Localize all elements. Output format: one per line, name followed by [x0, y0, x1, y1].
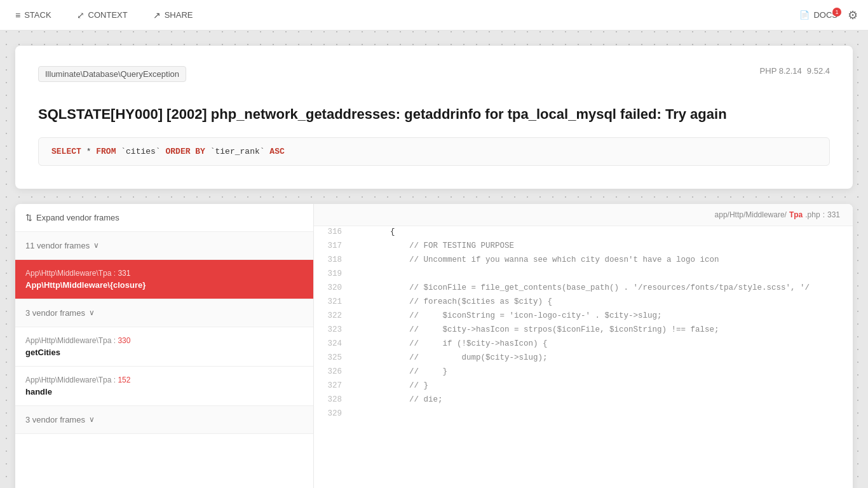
framework-version: 9.52.4	[807, 66, 830, 76]
file-class-name: Tpa	[789, 210, 803, 219]
sql-select: SELECT	[51, 147, 81, 156]
top-navigation: ≡ STACK ⤢ CONTEXT ↗ SHARE 📄 DOCS 1 ⚙	[0, 0, 868, 30]
code-line-327: 327 // }	[314, 380, 853, 394]
code-line-329: 329	[314, 408, 853, 422]
sql-orderby: ORDER BY	[165, 147, 205, 156]
line-num-319: 319	[314, 269, 352, 278]
line-num-318: 318	[314, 255, 352, 264]
line-num-317: 317	[314, 241, 352, 250]
chevron-down-icon: ∨	[93, 241, 99, 250]
code-line-320: 320 // $iconFile = file_get_contents(bas…	[314, 282, 853, 296]
file-path-prefix: app/Http/Middleware/	[715, 210, 787, 219]
stack-item-handle[interactable]: App\Http\Middleware\Tpa : 152 handle	[15, 367, 313, 406]
line-content-328: // die;	[352, 395, 853, 404]
code-line-324: 324 // if (!$city->hasIcon) {	[314, 338, 853, 352]
line-num-321: 321	[314, 297, 352, 306]
line-num-320: 320	[314, 283, 352, 292]
code-line-326: 326 // }	[314, 366, 853, 380]
code-header: app/Http/Middleware/Tpa.php : 331	[314, 204, 853, 226]
stack-item-getcities[interactable]: App\Http\Middleware\Tpa : 330 getCities	[15, 327, 313, 367]
error-title-main: php_network_getaddresses: getaddrinfo fo…	[211, 106, 727, 122]
line-num-316: 316	[314, 227, 352, 236]
stack-item-handle-path: App\Http\Middleware\Tpa : 152	[25, 376, 303, 384]
code-line-321: 321 // foreach($cities as $city) {	[314, 296, 853, 310]
exception-class: Illuminate\Database\QueryException	[38, 66, 186, 82]
line-content-317: // FOR TESTING PURPOSE	[352, 241, 853, 250]
line-num-322: 322	[314, 311, 352, 320]
sql-asc: ASC	[269, 147, 284, 156]
vendor-frames-group-11: 11 vendor frames ∨	[15, 232, 313, 260]
file-extension: .php	[805, 210, 820, 219]
docs-icon: 📄	[799, 10, 810, 20]
vendor-frames-3a-label: 3 vendor frames	[25, 308, 85, 318]
expand-vendor-button[interactable]: ⇅ Expand vendor frames	[15, 204, 313, 232]
line-content-324: // if (!$city->hasIcon) {	[352, 339, 853, 348]
error-card: PHP 8.2.14 9.52.4 Illuminate\Database\Qu…	[15, 46, 853, 189]
line-content-325: // dump($city->slug);	[352, 353, 853, 362]
code-line-323: 323 // $city->hasIcon = strpos($iconFile…	[314, 324, 853, 338]
share-label: SHARE	[165, 10, 193, 20]
code-line-319: 319	[314, 268, 853, 282]
vendor-frames-header-3a[interactable]: 3 vendor frames ∨	[15, 299, 313, 327]
vendor-frames-header-11[interactable]: 11 vendor frames ∨	[15, 232, 313, 259]
code-right-panel: app/Http/Middleware/Tpa.php : 331 316 { …	[314, 204, 853, 488]
sql-table: `cities`	[121, 147, 165, 156]
stack-item-active[interactable]: App\Http\Middleware\Tpa : 331 App\Http\M…	[15, 260, 313, 299]
nav-left: ≡ STACK ⤢ CONTEXT ↗ SHARE	[10, 8, 198, 23]
stack-item-getcities-method: getCities	[25, 348, 303, 357]
line-content-321: // foreach($cities as $city) {	[352, 297, 853, 306]
code-line-317: 317 // FOR TESTING PURPOSE	[314, 240, 853, 254]
file-line-number: 331	[827, 210, 840, 219]
vendor-frames-header-3b[interactable]: 3 vendor frames ∨	[15, 406, 313, 433]
sql-star: *	[86, 147, 97, 156]
php-version: PHP 8.2.14 9.52.4	[760, 66, 830, 76]
sql-column: `tier_rank`	[210, 147, 270, 156]
code-view: 316 { 317 // FOR TESTING PURPOSE 318 // …	[314, 226, 853, 488]
stack-icon: ≡	[15, 10, 20, 20]
line-content-326: // }	[352, 367, 853, 376]
line-num-323: 323	[314, 325, 352, 334]
line-content-322: // $iconString = 'icon-logo-city-' . $ci…	[352, 311, 853, 320]
vendor-frames-group-3b: 3 vendor frames ∨	[15, 406, 313, 434]
vendor-frames-3b-label: 3 vendor frames	[25, 415, 85, 424]
chevron-down-icon-3b: ∨	[89, 415, 95, 424]
code-line-316: 316 {	[314, 226, 853, 240]
line-num-329: 329	[314, 409, 352, 418]
stack-tab[interactable]: ≡ STACK	[10, 8, 57, 23]
context-label: CONTEXT	[88, 10, 128, 20]
line-content-320: // $iconFile = file_get_contents(base_pa…	[352, 283, 853, 292]
docs-badge: 1	[832, 8, 841, 17]
sql-query: SELECT * FROM `cities` ORDER BY `tier_ra…	[38, 137, 830, 166]
file-path: app/Http/Middleware/Tpa.php : 331	[715, 210, 840, 219]
line-content-318: // Uncomment if you wanna see which city…	[352, 255, 853, 264]
line-content-323: // $city->hasIcon = strpos($iconFile, $i…	[352, 325, 853, 334]
expand-vendor-label: Expand vendor frames	[36, 213, 119, 222]
stack-container: ⇅ Expand vendor frames 11 vendor frames …	[15, 204, 853, 488]
context-tab[interactable]: ⤢ CONTEXT	[72, 8, 133, 23]
docs-button[interactable]: 📄 DOCS 1	[799, 10, 837, 20]
line-num-325: 325	[314, 353, 352, 362]
php-version-text: PHP 8.2.14	[760, 66, 802, 76]
share-tab[interactable]: ↗ SHARE	[148, 8, 198, 23]
line-content-327: // }	[352, 381, 853, 390]
stack-item-active-method: App\Http\Middleware\{closure}	[25, 280, 303, 290]
settings-button[interactable]: ⚙	[848, 8, 858, 22]
line-num-328: 328	[314, 395, 352, 404]
vendor-frames-group-3a: 3 vendor frames ∨	[15, 299, 313, 327]
context-icon: ⤢	[77, 10, 85, 20]
chevron-down-icon-3a: ∨	[89, 308, 95, 317]
nav-right: 📄 DOCS 1 ⚙	[799, 8, 858, 22]
share-icon: ↗	[153, 10, 161, 20]
stack-item-active-path: App\Http\Middleware\Tpa : 331	[25, 269, 303, 278]
sql-from: FROM	[96, 147, 116, 156]
main-content: PHP 8.2.14 9.52.4 Illuminate\Database\Qu…	[0, 30, 868, 488]
stack-trace-area: ⇅ Expand vendor frames 11 vendor frames …	[15, 204, 853, 488]
vendor-frames-11-label: 11 vendor frames	[25, 241, 90, 250]
file-line-ref: :	[823, 210, 825, 219]
code-line-318: 318 // Uncomment if you wanna see which …	[314, 254, 853, 268]
code-line-322: 322 // $iconString = 'icon-logo-city-' .…	[314, 310, 853, 324]
error-title-prefix: SQLSTATE[HY000] [2002]	[38, 106, 211, 122]
line-num-326: 326	[314, 367, 352, 376]
line-content-316: {	[352, 227, 853, 236]
error-header: PHP 8.2.14 9.52.4 Illuminate\Database\Qu…	[38, 66, 830, 92]
